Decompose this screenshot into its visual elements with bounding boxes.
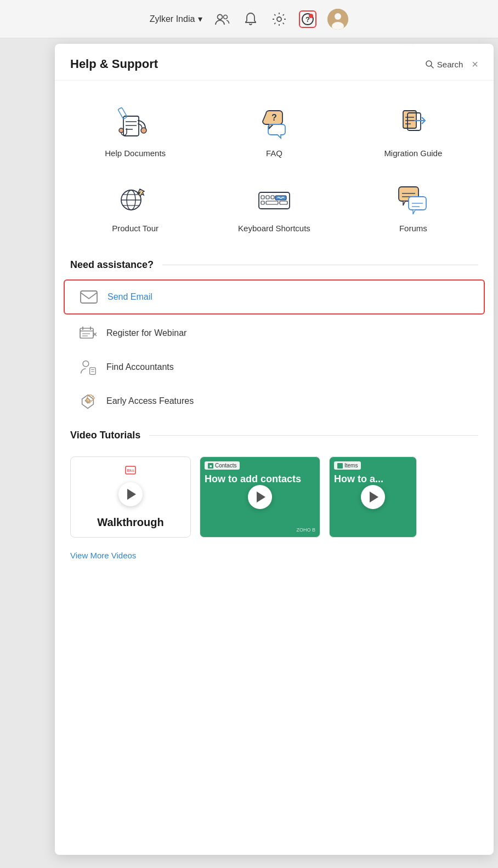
settings-icon[interactable] [270, 10, 288, 28]
svg-point-0 [218, 14, 223, 19]
find-accountants-item[interactable]: Find Accountants [64, 351, 485, 384]
svg-rect-35 [261, 201, 264, 204]
svg-point-16 [119, 128, 123, 133]
panel-header-right: Search × [425, 59, 478, 70]
product-tour-item[interactable]: Product Tour [66, 169, 205, 244]
help-panel: Help & Support Search × [55, 44, 494, 855]
svg-rect-34 [271, 196, 274, 199]
early-access-item[interactable]: Early Access Features [64, 385, 485, 418]
walkthrough-video[interactable]: Bks Walkthrough [70, 456, 191, 538]
svg-rect-30 [259, 192, 290, 209]
keyboard-shortcuts-label: Keyboard Shortcuts [238, 224, 310, 233]
keyboard-shortcuts-icon [252, 180, 296, 218]
help-icon[interactable]: ? [299, 10, 316, 28]
send-email-label: Send Email [107, 292, 152, 302]
send-email-icon [80, 288, 98, 306]
svg-line-10 [431, 66, 433, 68]
items-play[interactable] [361, 485, 385, 509]
video-section-header: Video Tutorials [55, 419, 494, 448]
help-icons-grid: Help Documents ? FAQ [55, 81, 494, 248]
assistance-section-header: Need assistance? [55, 248, 494, 277]
svg-rect-44 [81, 291, 97, 303]
panel-title: Help & Support [70, 57, 158, 71]
contacts-tag: ■ Contacts [205, 461, 240, 470]
svg-rect-17 [118, 107, 127, 119]
svg-point-53 [83, 361, 89, 367]
faq-label: FAQ [266, 149, 282, 158]
svg-rect-54 [90, 368, 96, 374]
items-title: How to a... [334, 473, 412, 486]
forums-icon [391, 180, 435, 218]
early-access-icon [79, 392, 97, 410]
svg-text:Bks: Bks [127, 468, 134, 473]
add-contacts-video[interactable]: ■ Contacts How to add contacts ZOHO B [200, 456, 320, 538]
search-icon [425, 60, 434, 68]
product-tour-label: Product Tour [112, 224, 159, 233]
migration-guide-label: Migration Guide [384, 149, 442, 158]
video-grid: Bks Walkthrough ■ Contacts How to add co… [55, 448, 494, 546]
svg-point-2 [277, 17, 281, 21]
svg-point-7 [335, 13, 341, 20]
items-video[interactable]: Items How to a... [329, 456, 417, 538]
svg-text:?: ? [305, 15, 310, 24]
register-webinar-item[interactable]: Register for Webinar [64, 317, 485, 350]
keyboard-shortcuts-item[interactable]: Keyboard Shortcuts [205, 169, 343, 244]
section-divider [162, 265, 478, 265]
forums-label: Forums [399, 224, 427, 233]
video-section-divider [149, 435, 478, 436]
help-documents-label: Help Documents [105, 149, 166, 158]
search-button[interactable]: Search [425, 60, 463, 69]
help-documents-icon [114, 105, 157, 143]
items-tag-label: Items [344, 462, 358, 469]
svg-rect-45 [80, 328, 93, 338]
svg-text:?: ? [271, 113, 277, 122]
org-selector[interactable]: Zylker India ▾ [150, 14, 203, 24]
svg-point-1 [224, 15, 228, 19]
video-heading: Video Tutorials [70, 430, 140, 441]
svg-rect-33 [266, 196, 269, 199]
migration-guide-item[interactable]: Migration Guide [344, 94, 483, 169]
add-contacts-title: How to add contacts [205, 473, 315, 486]
forums-item[interactable]: Forums [344, 169, 483, 244]
svg-rect-11 [123, 116, 139, 136]
close-button[interactable]: × [472, 59, 478, 70]
search-label: Search [437, 60, 463, 69]
svg-rect-37 [280, 201, 287, 204]
org-name: Zylker India [150, 14, 195, 24]
migration-guide-icon [391, 105, 435, 143]
notification-icon[interactable] [242, 10, 259, 28]
add-contacts-play[interactable] [248, 485, 272, 509]
chevron-down-icon: ▾ [198, 14, 202, 24]
send-email-item[interactable]: Send Email [64, 279, 485, 315]
register-webinar-icon [79, 324, 97, 342]
panel-header: Help & Support Search × [55, 44, 494, 81]
avatar[interactable] [327, 9, 348, 30]
product-tour-icon [114, 180, 157, 218]
find-accountants-label: Find Accountants [106, 362, 174, 372]
assistance-heading: Need assistance? [70, 259, 154, 271]
early-access-label: Early Access Features [106, 396, 194, 406]
topbar: Zylker India ▾ ? [0, 0, 498, 38]
svg-rect-31 [275, 196, 286, 200]
svg-rect-32 [261, 196, 264, 199]
register-webinar-label: Register for Webinar [106, 328, 186, 338]
svg-point-15 [141, 128, 146, 133]
svg-rect-36 [266, 201, 278, 204]
view-more-videos[interactable]: View More Videos [55, 546, 494, 573]
walkthrough-label: Walkthrough [97, 516, 163, 529]
faq-icon: ? [252, 105, 296, 143]
contacts-tag-label: Contacts [215, 462, 236, 469]
view-more-label: View More Videos [70, 551, 136, 560]
find-accountants-icon [79, 358, 97, 376]
help-documents-item[interactable]: Help Documents [66, 94, 205, 169]
svg-point-59 [92, 396, 94, 397]
team-icon[interactable] [213, 10, 231, 28]
items-tag: Items [334, 461, 361, 470]
svg-rect-64 [337, 463, 343, 469]
walkthrough-play-btn[interactable] [118, 482, 143, 506]
svg-text:■: ■ [210, 464, 212, 468]
faq-item[interactable]: ? FAQ [205, 94, 343, 169]
